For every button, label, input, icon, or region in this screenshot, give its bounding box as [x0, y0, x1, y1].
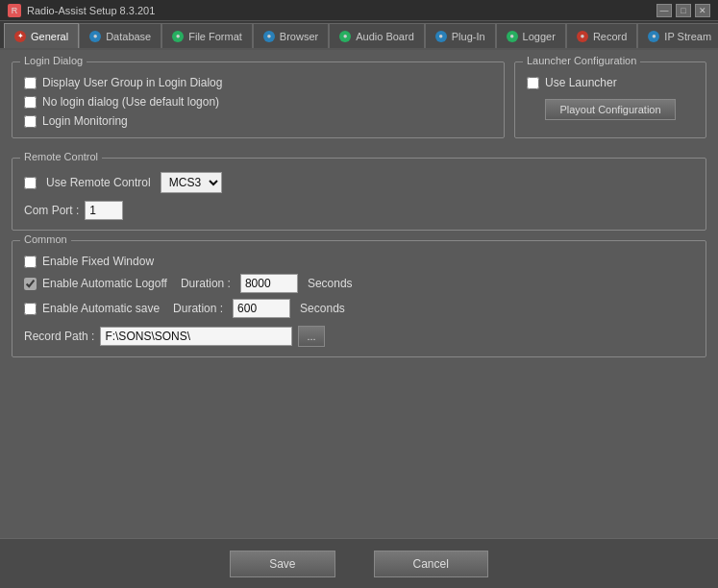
auto-logoff-duration-input[interactable] — [240, 274, 298, 293]
database-tab-icon: ● — [89, 31, 101, 42]
enable-fixed-window-row: Enable Fixed Window — [24, 255, 694, 268]
no-login-dialog-row: No login dialog (Use default logon) — [24, 95, 492, 109]
logger-tab-icon: ● — [507, 31, 518, 42]
remote-control-panel: Remote Control Use Remote Control MCS3 M… — [12, 158, 706, 231]
cancel-button[interactable]: Cancel — [374, 551, 488, 577]
use-remote-control-checkbox[interactable] — [24, 177, 37, 189]
audioboard-tab-icon: ● — [339, 31, 351, 42]
title-buttons: — □ ✕ — [656, 4, 710, 17]
remote-control-legend: Remote Control — [20, 151, 102, 162]
auto-save-duration-label: Duration : — [173, 302, 223, 315]
tab-logger[interactable]: ● Logger — [496, 23, 566, 48]
tab-general-label: General — [31, 31, 68, 42]
tab-browser[interactable]: ● Browser — [253, 23, 329, 48]
login-monitoring-checkbox[interactable] — [24, 115, 37, 128]
no-login-dialog-label: No login dialog (Use default logon) — [42, 95, 219, 109]
use-launcher-checkbox[interactable] — [527, 77, 539, 89]
auto-logoff-duration-label: Duration : — [181, 277, 231, 290]
remote-control-dropdown[interactable]: MCS3 MCS2 MCS1 None — [161, 172, 222, 193]
launcher-config-panel: Launcher Configuration Use Launcher Play… — [514, 61, 706, 138]
common-legend: Common — [20, 233, 71, 245]
com-port-label: Com Port : — [24, 204, 79, 217]
plugin-tab-icon: ● — [435, 31, 447, 42]
ipstream-tab-icon: ● — [648, 31, 659, 42]
enable-auto-save-label: Enable Automatic save — [42, 302, 160, 315]
display-user-group-checkbox[interactable] — [24, 77, 37, 89]
tab-database-label: Database — [106, 31, 151, 42]
com-port-input[interactable] — [85, 201, 123, 220]
maximize-button[interactable]: □ — [676, 4, 691, 17]
tab-fileformat[interactable]: ● File Format — [161, 23, 253, 48]
tab-general[interactable]: ✦ General — [4, 23, 79, 48]
record-path-row: Record Path : ... — [24, 326, 694, 347]
minimize-button[interactable]: — — [656, 4, 672, 17]
common-panel: Common Enable Fixed Window Enable Automa… — [12, 240, 706, 357]
no-login-dialog-checkbox[interactable] — [24, 96, 37, 109]
login-monitoring-label: Login Monitoring — [42, 114, 128, 128]
use-launcher-label: Use Launcher — [545, 76, 617, 89]
tab-record-label: Record — [593, 31, 627, 42]
enable-fixed-window-checkbox[interactable] — [24, 256, 37, 268]
login-dialog-legend: Login Dialog — [20, 55, 87, 66]
main-content: Login Dialog Display User Group in Login… — [0, 50, 718, 538]
record-tab-icon: ● — [577, 31, 588, 42]
tab-logger-label: Logger — [523, 31, 556, 42]
auto-save-duration-input[interactable] — [233, 299, 290, 318]
enable-auto-logoff-label: Enable Automatic Logoff — [42, 277, 167, 290]
close-button[interactable]: ✕ — [695, 4, 710, 17]
tab-plugin[interactable]: ● Plug-In — [425, 23, 496, 48]
tab-fileformat-label: File Format — [188, 31, 242, 42]
tab-browser-label: Browser — [280, 31, 318, 42]
display-user-group-label: Display User Group in Login Dialog — [42, 76, 222, 89]
com-port-row: Com Port : — [24, 201, 694, 220]
bottom-bar: Save Cancel — [0, 538, 718, 588]
tab-audioboard[interactable]: ● Audio Board — [329, 23, 425, 48]
enable-auto-save-checkbox[interactable] — [24, 303, 37, 315]
record-path-input[interactable] — [100, 327, 292, 346]
title-text: Radio-Assist Setup 8.3.201 — [27, 5, 155, 16]
general-tab-icon: ✦ — [14, 31, 26, 42]
tab-plugin-label: Plug-In — [452, 31, 485, 42]
use-remote-control-label: Use Remote Control — [46, 176, 151, 189]
record-path-label: Record Path : — [24, 330, 94, 343]
auto-logoff-seconds-label: Seconds — [308, 277, 353, 290]
auto-save-seconds-label: Seconds — [300, 302, 345, 315]
enable-auto-logoff-checkbox[interactable] — [24, 278, 37, 290]
tab-database[interactable]: ● Database — [79, 23, 161, 48]
display-user-group-row: Display User Group in Login Dialog — [24, 76, 492, 89]
login-monitoring-row: Login Monitoring — [24, 114, 492, 128]
browser-tab-icon: ● — [263, 31, 275, 42]
enable-auto-logoff-row: Enable Automatic Logoff Duration : Secon… — [24, 274, 694, 293]
enable-auto-save-row: Enable Automatic save Duration : Seconds — [24, 299, 694, 318]
tab-ipstream-label: IP Stream — [664, 31, 711, 42]
tab-audioboard-label: Audio Board — [356, 31, 414, 42]
save-button[interactable]: Save — [230, 551, 334, 577]
browse-button[interactable]: ... — [298, 326, 324, 347]
playout-config-button[interactable]: Playout Configuration — [545, 99, 675, 120]
login-dialog-panel: Login Dialog Display User Group in Login… — [12, 61, 505, 138]
tab-ipstream[interactable]: ● IP Stream — [637, 23, 718, 48]
app-icon: R — [8, 4, 21, 17]
use-launcher-row: Use Launcher — [527, 76, 694, 89]
top-panels: Login Dialog Display User Group in Login… — [12, 61, 706, 148]
tab-record[interactable]: ● Record — [566, 23, 637, 48]
tab-bar: ✦ General ● Database ● File Format ● Bro… — [0, 21, 718, 50]
title-bar: R Radio-Assist Setup 8.3.201 — □ ✕ — [0, 0, 718, 21]
launcher-config-legend: Launcher Configuration — [523, 55, 640, 66]
enable-fixed-window-label: Enable Fixed Window — [42, 255, 154, 268]
fileformat-tab-icon: ● — [172, 31, 184, 42]
use-remote-control-row: Use Remote Control MCS3 MCS2 MCS1 None — [24, 172, 694, 193]
